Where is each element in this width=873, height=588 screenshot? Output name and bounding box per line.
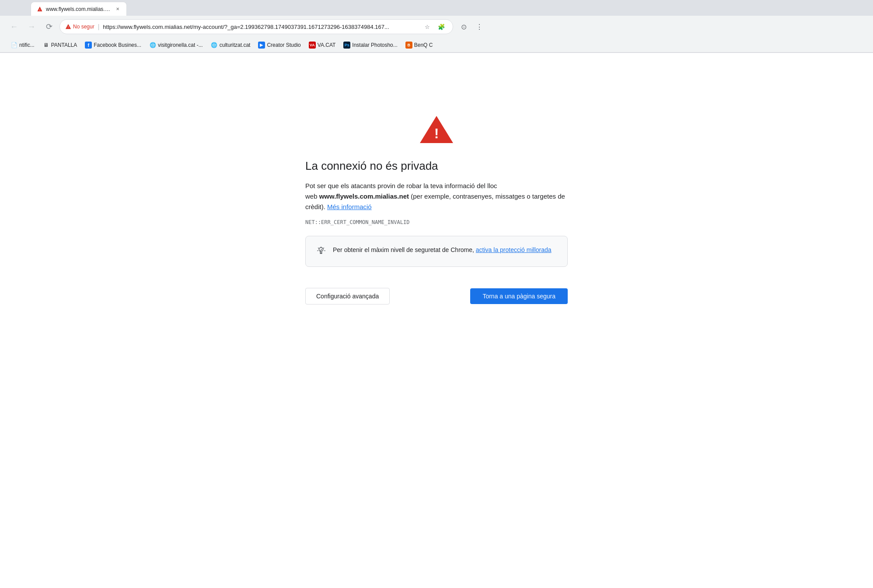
- bookmark-favicon-visitgironella: 🌐: [149, 42, 156, 49]
- error-description-bold: www.flywels.com.mialias.net: [319, 192, 409, 200]
- page-content: ! La connexió no és privada Pot ser que …: [0, 53, 873, 578]
- bookmark-label-photoshop: Instalar Photosho...: [352, 42, 397, 48]
- bookmark-star-button[interactable]: ☆: [421, 21, 433, 33]
- menu-button[interactable]: ⋮: [472, 20, 486, 34]
- bookmark-label-benq: BenQ C: [414, 42, 433, 48]
- forward-button[interactable]: →: [24, 20, 38, 34]
- reload-button[interactable]: ⟳: [42, 20, 56, 34]
- advanced-config-button[interactable]: Configuració avançada: [305, 288, 390, 304]
- bookmark-label-facebook: Facebook Busines...: [94, 42, 141, 48]
- bookmark-favicon-pantalla: 🖥: [42, 42, 49, 49]
- error-code: NET::ERR_CERT_COMMON_NAME_INVALID: [305, 219, 568, 225]
- tab-label: www.flywels.com.mialias.net: [46, 6, 112, 12]
- bookmark-favicon-photoshop: Ps: [343, 42, 350, 49]
- warning-icon-container: !: [419, 114, 454, 145]
- bookmark-favicon-creator-studio: ▶: [258, 42, 265, 49]
- address-icons: ☆ 🧩: [421, 21, 447, 33]
- toolbar-right: ⊙ ⋮: [457, 20, 486, 34]
- svg-point-4: [319, 247, 323, 251]
- address-divider: |: [98, 23, 100, 30]
- active-tab[interactable]: ! www.flywels.com.mialias.net ✕: [31, 2, 127, 16]
- lightbulb-icon: [316, 246, 326, 258]
- info-box: Per obtenir el màxim nivell de seguretat…: [305, 236, 568, 267]
- bookmark-label-visitgironella: visitgironella.cat -...: [158, 42, 203, 48]
- return-safe-page-button[interactable]: Torna a una pàgina segura: [470, 288, 568, 304]
- address-bar-row: ← → ⟳ ! No segur | https://www.flywels.c…: [0, 16, 873, 38]
- bookmark-vacat[interactable]: VA VA.CAT: [305, 40, 339, 50]
- error-title: La connexió no és privada: [305, 159, 568, 174]
- bookmark-label-vacat: VA.CAT: [318, 42, 336, 48]
- bookmark-culturitzat[interactable]: 🌐 culturitzat.cat: [207, 40, 254, 50]
- bookmark-favicon-benq: B: [405, 42, 412, 49]
- more-info-link[interactable]: Més informació: [327, 203, 372, 210]
- svg-text:!: !: [434, 126, 439, 141]
- tab-close-button[interactable]: ✕: [114, 6, 121, 13]
- browser-chrome: ! www.flywels.com.mialias.net ✕ ← → ⟳ ! …: [0, 0, 873, 53]
- error-container: La connexió no és privada Pot ser que el…: [305, 159, 568, 304]
- bookmark-pantalla[interactable]: 🖥 PANTALLA: [39, 40, 81, 50]
- tab-favicon: !: [36, 6, 43, 13]
- bookmark-favicon-ntific: 📄: [10, 42, 17, 49]
- error-description: Pot ser que els atacants provin de robar…: [305, 181, 568, 212]
- bookmark-facebook[interactable]: f Facebook Busines...: [81, 40, 145, 50]
- profile-button[interactable]: ⊙: [457, 20, 471, 34]
- bookmark-favicon-culturitzat: 🌐: [211, 42, 218, 49]
- bookmark-photoshop[interactable]: Ps Instalar Photosho...: [340, 40, 401, 50]
- security-label: No segur: [73, 24, 94, 30]
- bookmark-label-creator-studio: Creator Studio: [267, 42, 300, 48]
- bookmark-label-ntific: ntific...: [19, 42, 35, 48]
- security-indicator: ! No segur: [65, 24, 94, 30]
- info-box-text: Per obtenir el màxim nivell de seguretat…: [333, 245, 552, 255]
- back-button[interactable]: ←: [7, 20, 21, 34]
- action-buttons: Configuració avançada Torna a una pàgina…: [305, 288, 568, 304]
- bookmark-ntific[interactable]: 📄 ntific...: [7, 40, 38, 50]
- svg-text:!: !: [68, 25, 69, 28]
- tab-bar: ! www.flywels.com.mialias.net ✕: [0, 0, 873, 16]
- address-url: https://www.flywels.com.mialias.net/my-a…: [103, 24, 418, 30]
- bookmark-favicon-facebook: f: [85, 42, 92, 49]
- bookmark-visitgironella[interactable]: 🌐 visitgironella.cat -...: [146, 40, 206, 50]
- svg-text:!: !: [39, 8, 40, 11]
- bookmark-favicon-vacat: VA: [309, 42, 316, 49]
- bookmarks-bar: 📄 ntific... 🖥 PANTALLA f Facebook Busine…: [0, 38, 873, 52]
- warning-triangle-icon: !: [419, 114, 454, 145]
- info-box-text-before-link: Per obtenir el màxim nivell de seguretat…: [333, 246, 476, 253]
- extensions-button[interactable]: 🧩: [435, 21, 447, 33]
- enhanced-protection-link[interactable]: activa la protecció millorada: [476, 246, 552, 253]
- bookmark-label-culturitzat: culturitzat.cat: [220, 42, 251, 48]
- bookmark-creator-studio[interactable]: ▶ Creator Studio: [255, 40, 304, 50]
- bookmark-label-pantalla: PANTALLA: [51, 42, 77, 48]
- bookmark-benq[interactable]: B BenQ C: [402, 40, 436, 50]
- address-bar[interactable]: ! No segur | https://www.flywels.com.mia…: [59, 19, 453, 34]
